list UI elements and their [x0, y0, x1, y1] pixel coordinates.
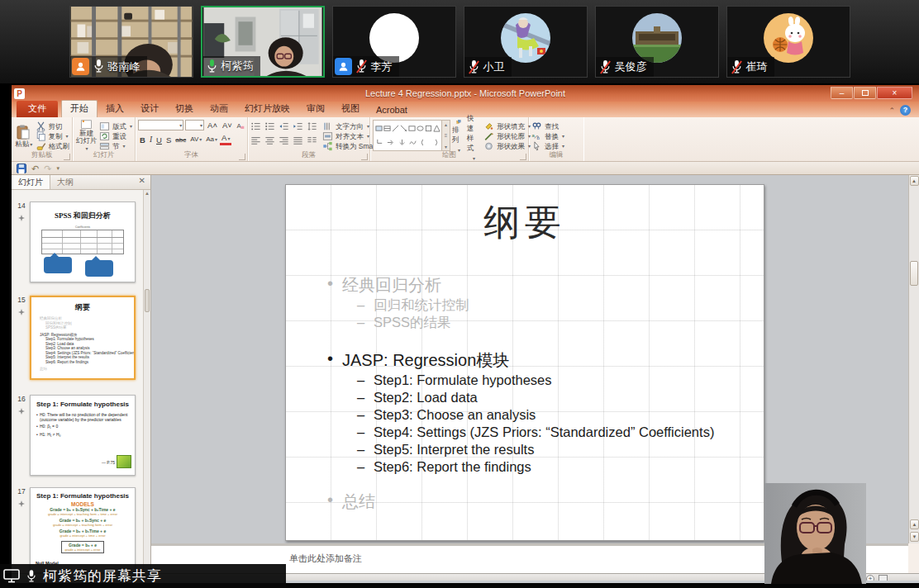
next-slide-button[interactable]: ▼ [910, 532, 919, 542]
justify-icon[interactable] [293, 135, 303, 145]
slide-scrollbar-thumb[interactable] [910, 261, 918, 286]
shape-fill-button[interactable]: 形状填充 [483, 121, 531, 131]
shape-outline-button[interactable]: 形状轮廓 [483, 131, 531, 141]
slide-scrollbar[interactable]: ▲ ▲ ▼ [908, 175, 919, 543]
new-slide-button[interactable]: 新建 幻灯片 [75, 120, 98, 153]
increase-indent-icon[interactable] [293, 121, 303, 131]
help-icon[interactable]: ? [900, 105, 911, 116]
bullet-summary: 总结 [324, 491, 754, 513]
paragraph-dialog-launcher[interactable] [361, 154, 368, 160]
clear-formatting-icon[interactable]: A [236, 121, 245, 130]
participant-name: 吴俊彦 [615, 59, 647, 75]
slide-thumbnail-14[interactable]: SPSS 和回归分析 Coefficients [30, 202, 136, 282]
tab-outline[interactable]: 大纲 [50, 175, 80, 189]
slide-thumbnail-16[interactable]: Step 1: Formulate hypothesis H0: There w… [30, 395, 136, 476]
tab-file[interactable]: 文件 [17, 101, 58, 117]
tab-animations[interactable]: 动画 [202, 101, 236, 117]
notes-placeholder: 单击此处添加备注 [289, 552, 362, 565]
align-center-icon[interactable] [264, 135, 275, 145]
layout-icon [99, 121, 110, 131]
participant-tile-xiaowei[interactable]: 小卫 [464, 6, 588, 78]
tab-slides-thumbnails[interactable]: 幻灯片 [12, 175, 50, 189]
decrease-indent-icon[interactable] [279, 121, 289, 131]
bullet-step2: Step2: Load data [324, 389, 754, 406]
bullet-step3: Step3: Choose an analysis [324, 406, 754, 424]
align-left-icon[interactable] [250, 135, 261, 145]
change-case-button[interactable]: Aa [204, 134, 219, 145]
tab-home[interactable]: 开始 [61, 100, 98, 117]
tab-acrobat[interactable]: Acrobat [368, 103, 416, 117]
quick-access-toolbar: ↶ ↷ ▾ [12, 162, 919, 175]
minimize-button[interactable]: – [831, 87, 853, 99]
line-spacing-icon[interactable] [307, 121, 317, 131]
tab-transitions[interactable]: 切换 [167, 101, 202, 117]
tab-design[interactable]: 设计 [132, 101, 167, 117]
cut-button[interactable]: 剪切 [36, 121, 70, 131]
align-right-icon[interactable] [279, 135, 289, 145]
participant-tile-cuiqi[interactable]: 崔琦 [726, 6, 850, 78]
font-size-select[interactable] [185, 120, 204, 130]
layout-button[interactable]: 版式 [99, 121, 132, 131]
participant-name: 骆南峰 [108, 59, 140, 75]
tab-insert[interactable]: 插入 [98, 101, 132, 117]
participant-tile-kezijun[interactable]: 柯紫筠 [201, 6, 325, 78]
font-color-button[interactable]: A [220, 134, 231, 145]
paste-button[interactable]: 粘贴 [14, 120, 34, 153]
close-button[interactable]: × [877, 87, 912, 99]
tab-slideshow[interactable]: 幻灯片放映 [236, 101, 298, 117]
columns-icon[interactable] [307, 135, 317, 145]
tab-review[interactable]: 审阅 [298, 101, 333, 117]
thumbnail-row-15: 15 纲要 经典回归分析 回归和统计控制 SPSS的结果 JASP: Regre… [13, 296, 139, 380]
qat-dropdown-icon[interactable]: ▾ [56, 164, 60, 173]
quick-styles-button[interactable]: 快速样式 [467, 120, 480, 153]
panel-scrollbar-thumb[interactable] [145, 289, 150, 312]
undo-icon[interactable]: ↶ [31, 164, 39, 173]
slide-thumbnail-15-selected[interactable]: 纲要 经典回归分析 回归和统计控制 SPSS的结果 JASP: Regressi… [30, 296, 136, 380]
shapes-scrollbar[interactable]: ▴≡▾ [442, 120, 450, 151]
italic-button[interactable]: I [148, 135, 154, 145]
title-bar[interactable]: P Lecture 4 Regression.pptx - Microsoft … [12, 85, 919, 102]
ribbon-group-clipboard: 粘贴 剪切 复制 格式刷 [12, 117, 73, 161]
underline-button[interactable]: U [155, 135, 164, 145]
save-icon[interactable] [17, 164, 26, 173]
panel-close-icon[interactable]: ✕ [134, 175, 150, 189]
clipboard-dialog-launcher[interactable] [64, 154, 70, 160]
grow-font-button[interactable]: A˄ [206, 120, 219, 130]
participant-nameplate: 小卫 [464, 57, 512, 77]
font-dialog-launcher[interactable] [239, 154, 245, 160]
slide-outline: 经典回归分析 回归和统计控制 SPSS的结果 JASP: Regression模… [324, 266, 754, 513]
bold-button[interactable]: B [138, 135, 147, 145]
participant-tile-lifang[interactable]: 李芳 [332, 6, 456, 78]
slide-thumbnail-17[interactable]: Step 1: Formulate hypothesis MODELS Grad… [30, 487, 136, 573]
restore-button[interactable] [854, 87, 876, 99]
shadow-button[interactable]: S [164, 135, 173, 145]
collapse-ribbon-icon[interactable]: ⌃ [888, 107, 895, 115]
reset-button[interactable]: 重设 [99, 131, 132, 141]
shapes-gallery[interactable] [373, 120, 442, 151]
replace-button[interactable]: ab 替换 [531, 131, 581, 141]
copy-button[interactable]: 复制 [36, 131, 70, 141]
panel-scrollbar[interactable]: ▲ [143, 190, 150, 573]
arrange-button[interactable]: 排列 [452, 120, 465, 153]
drawing-dialog-launcher[interactable] [520, 154, 526, 160]
scroll-up-icon[interactable]: ▲ [910, 176, 919, 186]
redo-icon[interactable]: ↷ [44, 164, 51, 173]
meeting-screen: 骆南峰 [0, 0, 919, 588]
find-button[interactable]: 查找 [531, 121, 581, 131]
mic-muted-icon [731, 59, 743, 75]
shrink-font-button[interactable]: A˅ [221, 120, 234, 130]
character-spacing-button[interactable]: AV [188, 134, 203, 145]
slide-number: 16 [13, 395, 30, 403]
bullets-icon[interactable] [250, 121, 261, 131]
participant-tile-wujunyan[interactable]: 吴俊彦 [595, 6, 719, 78]
tab-view[interactable]: 视图 [333, 101, 368, 117]
shape-fill-icon [483, 121, 494, 131]
bullet-step4: Step4: Settings (JZS Priors: “Standardiz… [324, 424, 754, 441]
font-name-select[interactable] [138, 120, 183, 130]
presenter-webcam-overlay[interactable] [764, 483, 866, 584]
previous-slide-button[interactable]: ▲ [910, 519, 919, 529]
participant-tile-luonanfeng[interactable]: 骆南峰 [69, 6, 193, 78]
numbering-icon[interactable] [264, 121, 275, 131]
strikethrough-button[interactable]: abc [174, 135, 188, 145]
slide-canvas[interactable]: 纲要 经典回归分析 回归和统计控制 SPSS的结果 JASP: Regressi… [285, 184, 764, 541]
